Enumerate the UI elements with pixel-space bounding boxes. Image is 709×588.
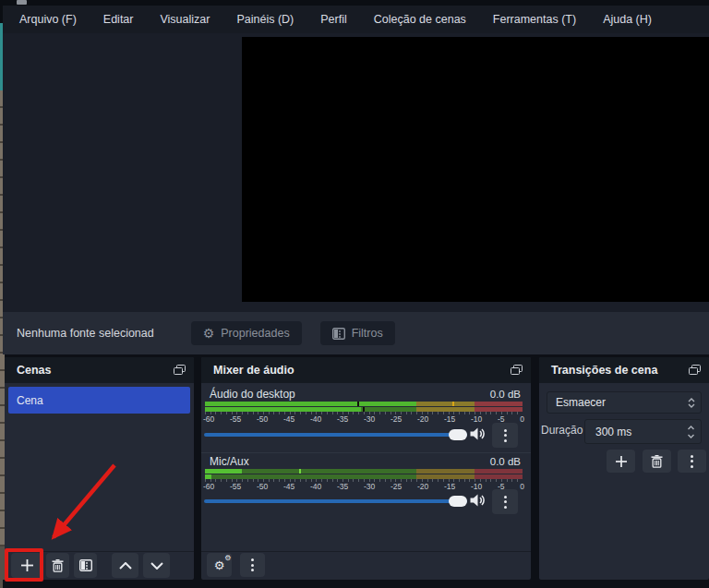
scene-filters-button[interactable] xyxy=(74,553,97,578)
filters-button[interactable]: Filtros xyxy=(320,321,395,345)
chevron-up-icon xyxy=(119,562,132,570)
scenes-panel-title: Cenas xyxy=(17,364,52,377)
scene-name: Cena xyxy=(17,394,43,407)
audio-mixer-panel: Mixer de áudio Áudio do desktop 0.0 dB -… xyxy=(201,357,531,580)
channel-level-desktop-audio: 0.0 dB xyxy=(490,389,521,400)
volume-slider-handle[interactable] xyxy=(449,429,467,440)
transitions-panel-title: Transições de cena xyxy=(551,364,657,377)
gear-icon: ⚙ xyxy=(203,327,215,340)
menu-visualizar[interactable]: Visualizar xyxy=(160,13,210,26)
duration-spinbox[interactable]: 300 ms xyxy=(584,419,702,444)
menu-colecao-de-cenas[interactable]: Coleção de cenas xyxy=(374,13,466,26)
volume-slider-desktop-audio[interactable] xyxy=(204,433,467,437)
mixer-toolbar-separator xyxy=(201,551,531,552)
menu-arquivo[interactable]: Arquivo (F) xyxy=(19,13,77,26)
move-scene-down-button[interactable] xyxy=(143,553,170,578)
trash-icon xyxy=(52,559,64,572)
mixer-channel-divider xyxy=(201,452,531,453)
filter-icon xyxy=(79,559,92,571)
popout-icon[interactable] xyxy=(511,365,523,376)
menu-paineis[interactable]: Painéis (D) xyxy=(236,13,294,26)
spinner-carets-icon[interactable] xyxy=(680,426,701,438)
channel-name-desktop-audio: Áudio do desktop xyxy=(210,388,295,401)
menu-ferramentas[interactable]: Ferramentas (T) xyxy=(493,13,576,26)
meter-bar-left xyxy=(205,402,523,406)
duration-label: Duração xyxy=(541,424,583,437)
channel-level-mic-aux: 0.0 dB xyxy=(490,456,521,467)
speaker-icon[interactable] xyxy=(470,427,486,440)
meter-scale-mic-aux: -60-55-50-45-40-35-30-25-20-15-10-50 xyxy=(203,482,524,491)
annotation-highlight-rect xyxy=(5,548,43,582)
channel-name-mic-aux: Mic/Aux xyxy=(210,455,249,468)
channel-menu-button-mic-aux[interactable] xyxy=(492,489,518,514)
transition-selected-value: Esmaecer xyxy=(547,396,682,409)
mixer-menu-button[interactable] xyxy=(240,553,265,577)
statusbar-strip xyxy=(3,580,709,588)
volume-slider-mic-aux[interactable] xyxy=(204,499,467,503)
plus-icon xyxy=(615,455,628,468)
channel-menu-button-desktop-audio[interactable] xyxy=(492,423,518,448)
add-transition-button[interactable] xyxy=(607,450,635,473)
menu-editar[interactable]: Editar xyxy=(103,13,134,26)
scene-transitions-panel: Transições de cena Esmaecer Duração 300 … xyxy=(539,357,709,580)
mixer-panel-title: Mixer de áudio xyxy=(213,364,294,377)
volume-meter-mic-aux xyxy=(205,469,523,479)
mixer-panel-header: Mixer de áudio xyxy=(201,357,531,383)
meter-scale-desktop-audio: -60-55-50-45-40-35-30-25-20-15-10-50 xyxy=(203,414,524,424)
source-toolbar: Nenhuma fonte selecionad ⚙ Propriedades … xyxy=(3,312,709,354)
obs-window: Arquivo (F) Editar Visualizar Painéis (D… xyxy=(0,0,709,588)
popout-icon[interactable] xyxy=(174,365,186,376)
transition-select[interactable]: Esmaecer xyxy=(547,391,702,414)
volume-slider-handle[interactable] xyxy=(449,496,467,507)
remove-transition-button[interactable] xyxy=(643,450,671,473)
chevron-down-icon xyxy=(150,562,163,570)
no-source-status-text: Nenhuma fonte selecionad xyxy=(17,327,154,340)
scenes-panel: Cenas Cena xyxy=(5,357,194,580)
filter-icon xyxy=(332,328,345,340)
advanced-audio-properties-button[interactable]: ⚙⚙ xyxy=(207,553,232,577)
volume-meter-desktop-audio xyxy=(205,402,523,412)
menu-perfil[interactable]: Perfil xyxy=(320,13,346,26)
scenes-panel-header: Cenas xyxy=(5,357,194,383)
duration-value: 300 ms xyxy=(585,426,680,438)
menu-ajuda[interactable]: Ajuda (H) xyxy=(603,13,652,26)
filters-button-label: Filtros xyxy=(352,327,383,340)
menu-bar: Arquivo (F) Editar Visualizar Painéis (D… xyxy=(3,6,709,33)
meter-bar-left xyxy=(205,469,523,474)
speaker-icon[interactable] xyxy=(470,494,486,507)
properties-button-label: Propriedades xyxy=(221,327,289,340)
properties-button[interactable]: ⚙ Propriedades xyxy=(191,321,302,345)
move-scene-up-button[interactable] xyxy=(112,553,138,578)
popout-icon[interactable] xyxy=(689,365,701,376)
gear-advanced-icon: ⚙⚙ xyxy=(214,559,225,571)
trash-icon xyxy=(651,455,663,468)
combo-carets-icon xyxy=(682,398,701,408)
transition-properties-button[interactable] xyxy=(678,450,706,473)
transitions-panel-header: Transições de cena xyxy=(539,357,709,383)
remove-scene-button[interactable] xyxy=(46,553,69,578)
scene-list-item-selected[interactable]: Cena xyxy=(8,387,190,414)
preview-canvas[interactable] xyxy=(242,37,709,302)
titlebar-icon-fragment xyxy=(17,0,27,5)
